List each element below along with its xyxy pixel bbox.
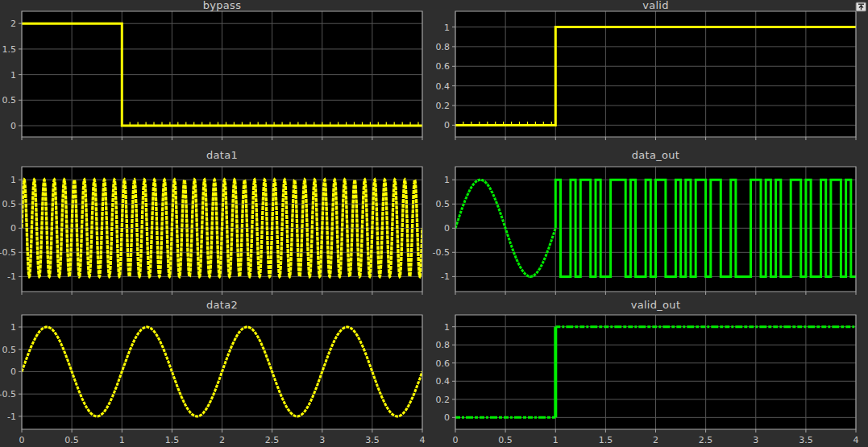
ytick-label: 0.4 bbox=[436, 376, 451, 387]
xtick-label: 2.5 bbox=[265, 435, 280, 445]
xtick-label: 1 bbox=[119, 435, 125, 445]
sine-line bbox=[22, 180, 422, 276]
xtick-label: 3.5 bbox=[365, 435, 380, 445]
subplot-valid_out: 00.20.40.60.8100.511.522.533.54 bbox=[436, 315, 859, 445]
plot-title-bypass: bypass bbox=[22, 0, 422, 11]
xtick-label: 2.5 bbox=[699, 435, 713, 445]
ytick-label: 1 bbox=[10, 175, 16, 185]
xtick-label: 3.5 bbox=[799, 435, 813, 445]
ytick-label: 1 bbox=[10, 322, 16, 333]
ytick-label: 0 bbox=[10, 121, 16, 131]
ytick-label: 0 bbox=[444, 120, 450, 130]
ytick-label: 0.5 bbox=[2, 345, 17, 355]
ytick-label: 0.5 bbox=[2, 95, 17, 106]
xtick-label: 1.5 bbox=[165, 435, 180, 445]
ytick-label: -1 bbox=[7, 412, 16, 422]
ytick-label: 1 bbox=[444, 23, 450, 33]
ytick-label: -1 bbox=[7, 271, 16, 282]
xtick-label: 0 bbox=[19, 435, 25, 445]
ytick-label: 1.5 bbox=[2, 44, 17, 55]
ytick-label: -0.5 bbox=[433, 247, 450, 258]
xtick-label: 0 bbox=[453, 435, 459, 445]
ytick-label: -0.5 bbox=[0, 247, 16, 258]
xtick-label: 4 bbox=[853, 435, 859, 445]
ytick-label: 0.5 bbox=[436, 199, 451, 209]
undock-icon[interactable] bbox=[855, 0, 867, 10]
xtick-label: 0.5 bbox=[498, 435, 513, 445]
ytick-label: 0.4 bbox=[436, 81, 451, 92]
ytick-label: 0.8 bbox=[436, 340, 451, 350]
ytick-label: 1 bbox=[10, 70, 16, 81]
ytick-label: -1 bbox=[441, 271, 450, 282]
plot-title-valid: valid bbox=[455, 0, 856, 11]
subplot-data_out: -1-0.500.51 bbox=[433, 167, 856, 295]
ytick-label: 0.2 bbox=[436, 395, 451, 405]
plot-title-valid-out: valid_out bbox=[455, 300, 856, 311]
ytick-label: -0.5 bbox=[0, 389, 16, 399]
ytick-label: 0.6 bbox=[436, 61, 451, 72]
ytick-label: 0.2 bbox=[436, 101, 451, 111]
subplot-data2: -1-0.500.5100.511.522.533.54 bbox=[0, 315, 426, 445]
ytick-label: 0.5 bbox=[2, 199, 17, 209]
xtick-label: 1 bbox=[553, 435, 559, 445]
xtick-label: 3 bbox=[753, 435, 758, 445]
ytick-label: 0.8 bbox=[436, 42, 451, 52]
xtick-label: 4 bbox=[420, 435, 426, 445]
subplot-bypass: 00.511.52 bbox=[2, 11, 423, 140]
xtick-label: 1.5 bbox=[599, 435, 613, 445]
scope-figure: 00.511.5200.20.40.60.81-1-0.500.51-1-0.5… bbox=[0, 0, 868, 447]
ytick-label: 0 bbox=[10, 223, 16, 234]
undock-icon-glyph bbox=[855, 2, 867, 12]
ytick-label: 0 bbox=[444, 412, 450, 423]
ytick-label: 1 bbox=[444, 322, 450, 333]
subplot-data1: -1-0.500.51 bbox=[0, 167, 422, 295]
xtick-label: 3 bbox=[319, 435, 325, 445]
plot-title-data1: data1 bbox=[22, 150, 422, 161]
ytick-label: 2 bbox=[10, 19, 16, 29]
subplot-valid: 00.20.40.60.81 bbox=[436, 11, 857, 140]
ytick-label: 0 bbox=[10, 366, 16, 377]
chip-square-wave bbox=[555, 180, 856, 276]
xtick-label: 0.5 bbox=[64, 435, 79, 445]
ytick-label: 0.6 bbox=[436, 358, 451, 369]
plots-canvas[interactable]: 00.511.5200.20.40.60.81-1-0.500.51-1-0.5… bbox=[0, 0, 868, 447]
ytick-label: 1 bbox=[444, 175, 450, 185]
plot-title-data-out: data_out bbox=[455, 150, 856, 161]
plot-title-data2: data2 bbox=[22, 300, 422, 311]
series-data1 bbox=[22, 180, 422, 276]
ytick-label: 0 bbox=[444, 223, 450, 234]
xtick-label: 2 bbox=[219, 435, 225, 445]
xtick-label: 2 bbox=[653, 435, 658, 445]
